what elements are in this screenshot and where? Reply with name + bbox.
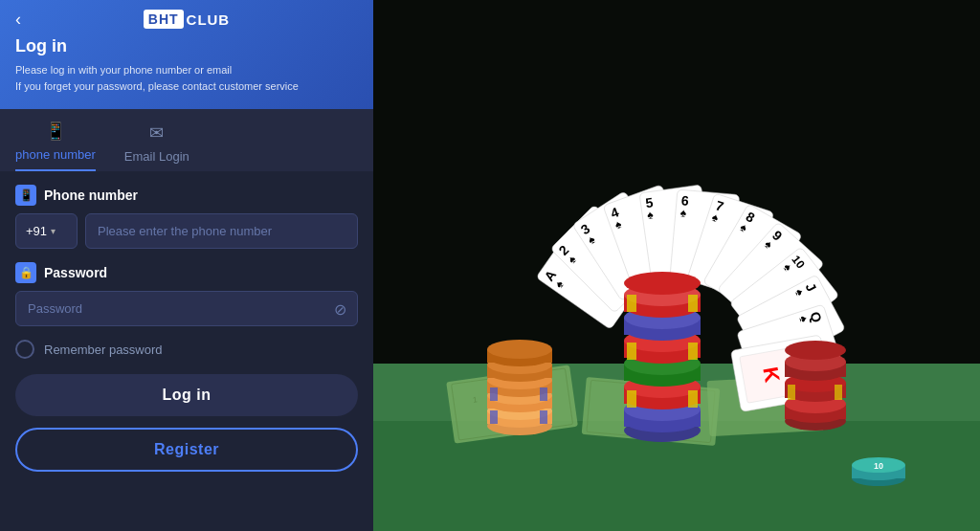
svg-point-111 [785, 341, 846, 360]
tab-phone[interactable]: 📱 phone number [15, 121, 96, 171]
remember-label: Remember password [44, 343, 163, 357]
country-code-dropdown[interactable]: +91 ▾ [15, 213, 78, 249]
password-input[interactable] [15, 291, 358, 326]
header: ‹ BHT CLUB Log in Please log in with you… [0, 0, 373, 109]
phone-field-section: 📱 Phone number +91 ▾ [15, 185, 358, 249]
tab-phone-label: phone number [15, 147, 96, 162]
remember-checkbox[interactable] [15, 340, 34, 359]
remember-row: Remember password [15, 340, 358, 359]
phone-field-icon: 📱 [15, 185, 36, 206]
password-field-label: Password [44, 265, 107, 280]
svg-rect-72 [540, 387, 547, 401]
svg-rect-97 [688, 295, 698, 312]
phone-input-row: +91 ▾ [15, 213, 358, 249]
password-input-wrapper: ⊘ [15, 291, 358, 326]
svg-point-68 [487, 340, 552, 359]
tab-email-label: Email Login [124, 149, 189, 164]
register-button[interactable]: Register [15, 428, 358, 472]
page-title: Log in [15, 36, 358, 56]
form-body: 📱 Phone number +91 ▾ 🔒 Password ⊘ [0, 171, 373, 531]
logo-bht: BHT [144, 10, 184, 29]
login-panel: ‹ BHT CLUB Log in Please log in with you… [0, 0, 373, 531]
password-label-row: 🔒 Password [15, 262, 358, 283]
svg-rect-88 [627, 343, 636, 360]
svg-rect-107 [835, 385, 842, 400]
phone-field-label: Phone number [44, 188, 138, 203]
password-field-section: 🔒 Password ⊘ [15, 262, 358, 326]
country-code-value: +91 [26, 224, 47, 238]
phone-input[interactable] [85, 213, 358, 249]
tabs-section: 📱 phone number ✉ Email Login [0, 109, 373, 171]
logo: BHT CLUB [144, 10, 230, 29]
chevron-down-icon: ▾ [51, 226, 56, 236]
svg-point-98 [624, 272, 701, 295]
casino-panel: 1 A ♠ ♠ 2 ♠ ♠ 3 ♠ 4 ♠ [373, 0, 980, 531]
header-subtitle: Please log in with your phone number or … [15, 62, 358, 94]
email-tab-icon: ✉ [149, 122, 164, 144]
phone-tab-icon: 📱 [45, 121, 66, 142]
back-button[interactable]: ‹ [15, 10, 21, 30]
phone-label-row: 📱 Phone number [15, 185, 358, 206]
tab-email[interactable]: ✉ Email Login [124, 122, 189, 171]
login-button[interactable]: Log in [15, 374, 358, 416]
logo-club: CLUB [187, 11, 231, 28]
svg-rect-70 [540, 410, 547, 424]
svg-rect-80 [627, 390, 636, 408]
svg-rect-89 [688, 343, 698, 360]
svg-rect-106 [788, 385, 795, 400]
lock-field-icon: 🔒 [15, 262, 36, 283]
eye-icon[interactable]: ⊘ [334, 299, 346, 318]
svg-rect-96 [627, 295, 636, 312]
svg-rect-69 [490, 410, 498, 424]
svg-rect-71 [490, 387, 498, 401]
svg-rect-81 [688, 390, 698, 408]
svg-text:10: 10 [874, 461, 883, 471]
casino-scene: 1 A ♠ ♠ 2 ♠ ♠ 3 ♠ 4 ♠ [373, 0, 980, 531]
